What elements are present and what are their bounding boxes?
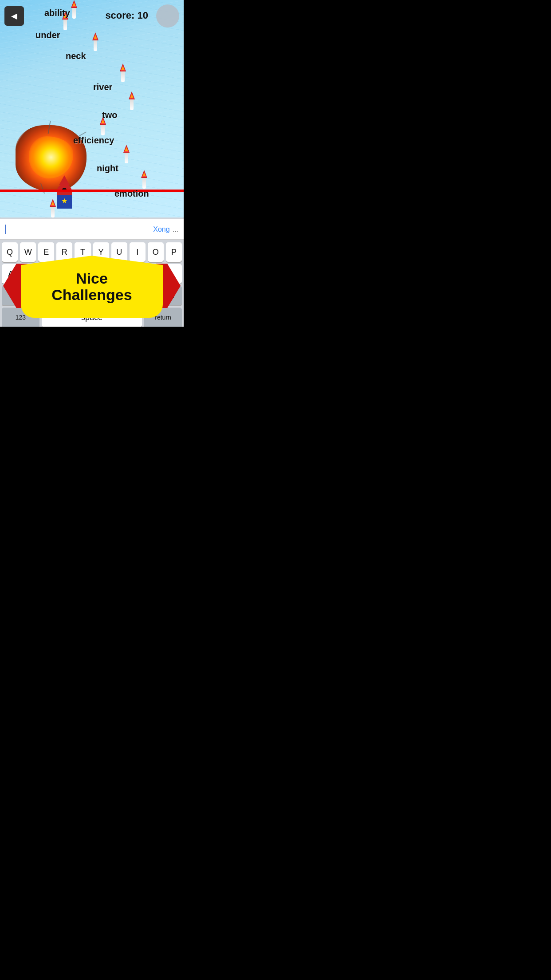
settings-button[interactable] (156, 4, 179, 28)
word-w8: emotion (114, 189, 149, 199)
word-w7: night (97, 163, 118, 174)
shift-key[interactable]: ⇧ (2, 286, 26, 305)
key-h[interactable]: H (103, 264, 121, 284)
key-y[interactable]: Y (93, 242, 109, 262)
key-q[interactable]: Q (2, 242, 18, 262)
input-bar[interactable]: Xong ... (0, 219, 184, 240)
key-e[interactable]: E (38, 242, 54, 262)
missile-w3 (92, 32, 98, 51)
key-a[interactable]: A (2, 264, 20, 284)
back-button[interactable] (4, 6, 24, 26)
word-w4: river (93, 82, 112, 92)
backspace-key[interactable]: ⌫ (157, 286, 182, 305)
return-key[interactable]: return (144, 308, 182, 327)
missile-w8 (141, 170, 147, 189)
missile-w1 (71, 0, 77, 19)
keyboard-row-4: 123 space return (2, 308, 182, 327)
key-o[interactable]: O (148, 242, 164, 262)
key-d[interactable]: D (42, 264, 60, 284)
keyboard-area: Xong ... QWERTYUIOP ASDFGHJKL ⇧ ZXCVBNM⌫… (0, 217, 184, 327)
keyboard-rows: QWERTYUIOP ASDFGHJKL ⇧ ZXCVBNM⌫ 123 spac… (0, 240, 184, 327)
text-input[interactable] (5, 225, 153, 234)
keyboard-row-1: QWERTYUIOP (2, 242, 182, 262)
key-n[interactable]: N (121, 286, 137, 305)
key-i[interactable]: I (130, 242, 146, 262)
word-w6: efficiency (73, 135, 114, 146)
numbers-key[interactable]: 123 (2, 308, 39, 327)
key-j[interactable]: J (123, 264, 142, 284)
word-w2: under (35, 30, 60, 40)
game-area: score: 10 abilityunderneckrivertwoeffici… (0, 0, 184, 217)
danger-line (0, 190, 184, 192)
score-display: score: 10 (105, 10, 148, 21)
key-v[interactable]: V (84, 286, 100, 305)
key-w[interactable]: W (20, 242, 36, 262)
autocomplete-suggestion[interactable]: Xong (153, 225, 169, 233)
key-k[interactable]: K (144, 264, 162, 284)
missile-w5 (129, 91, 135, 110)
keyboard-row-2: ASDFGHJKL (2, 264, 182, 284)
key-c[interactable]: C (65, 286, 82, 305)
key-x[interactable]: X (47, 286, 63, 305)
key-r[interactable]: R (56, 242, 72, 262)
key-g[interactable]: G (83, 264, 101, 284)
space-key[interactable]: space (42, 308, 142, 327)
word-w5: two (102, 110, 117, 120)
key-p[interactable]: P (166, 242, 182, 262)
key-f[interactable]: F (63, 264, 81, 284)
key-m[interactable]: M (139, 286, 155, 305)
key-b[interactable]: B (102, 286, 118, 305)
key-l[interactable]: L (164, 264, 182, 284)
key-s[interactable]: S (22, 264, 40, 284)
key-t[interactable]: T (75, 242, 91, 262)
keyboard-row-3: ⇧ ZXCVBNM⌫ (2, 286, 182, 305)
autocomplete-dots: ... (173, 225, 178, 233)
missile-w7 (123, 145, 130, 163)
word-w3: neck (66, 51, 86, 61)
key-z[interactable]: Z (28, 286, 45, 305)
missile-w4 (120, 63, 126, 82)
key-u[interactable]: U (111, 242, 127, 262)
word-w1: ability (44, 8, 70, 18)
